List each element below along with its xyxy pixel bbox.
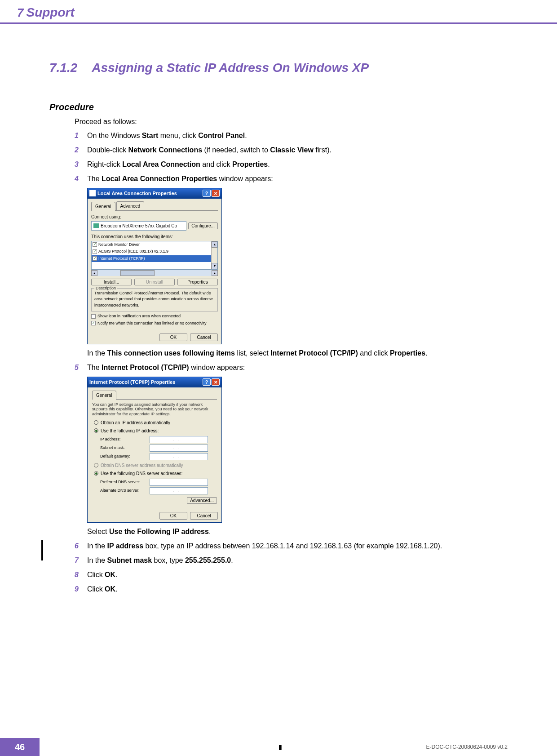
scroll-down-icon[interactable]: ▾	[212, 263, 217, 269]
properties-button[interactable]: Properties	[177, 279, 218, 285]
window-title: Local Area Connection Properties	[97, 190, 177, 197]
page-content: 7.1.2Assigning a Static IP Address On Wi…	[0, 25, 557, 595]
items-listbox[interactable]: Network Monitor Driver AEGIS Protocol (I…	[91, 241, 218, 270]
items-label: This connection uses the following items…	[91, 233, 218, 240]
screenshot-lacp: Local Area Connection Properties ? ✕ Gen…	[87, 188, 508, 344]
radio-obtain-ip[interactable]: Obtain an IP address automatically	[94, 419, 217, 426]
help-button[interactable]: ?	[203, 190, 211, 197]
install-button[interactable]: Install...	[91, 279, 132, 285]
ip-address-row: IP address: . . .	[100, 436, 217, 443]
screenshot-tcpip: Internet Protocol (TCP/IP) Properties ? …	[87, 377, 508, 523]
dialog-lacp: Local Area Connection Properties ? ✕ Gen…	[87, 188, 222, 344]
tab-row: General Advanced	[91, 201, 218, 211]
notify-checkbox-row[interactable]: Notify me when this connection has limit…	[91, 320, 218, 327]
subnet-mask-row: Subnet mask: . . .	[100, 445, 217, 452]
ok-button[interactable]: OK	[159, 334, 187, 341]
list-item[interactable]: AEGIS Protocol (IEEE 802.1x) v2.3.1.9	[92, 248, 217, 255]
radio-use-dns[interactable]: Use the following DNS server addresses:	[94, 470, 217, 477]
uninstall-button[interactable]: Uninstall	[134, 279, 175, 285]
step-7: 7 In the Subnet mask box, type 255.255.2…	[75, 555, 508, 566]
change-bar	[41, 540, 43, 560]
procedure-intro: Proceed as follows:	[75, 118, 508, 126]
tab-advanced[interactable]: Advanced	[116, 201, 144, 210]
ip-address-input[interactable]: . . .	[150, 436, 208, 443]
scroll-track[interactable]	[97, 270, 212, 276]
subnet-mask-label: Subnet mask:	[100, 445, 150, 451]
radio-icon	[94, 463, 98, 467]
tab-general[interactable]: General	[91, 202, 115, 211]
checkbox-icon[interactable]	[91, 314, 96, 319]
preferred-dns-label: Preferred DNS server:	[100, 479, 150, 485]
scroll-thumb[interactable]	[120, 270, 155, 276]
checkbox-icon[interactable]	[93, 249, 97, 254]
window-icon	[89, 190, 96, 196]
step-5: 5 The Internet Protocol (TCP/IP) window …	[75, 362, 508, 537]
checkbox-icon[interactable]	[93, 242, 97, 247]
procedure-heading: Procedure	[49, 102, 508, 112]
configure-button[interactable]: Configure...	[188, 222, 218, 229]
advanced-button[interactable]: Advanced...	[187, 497, 217, 504]
alternate-dns-row: Alternate DNS server: . . .	[100, 487, 217, 494]
preferred-dns-input[interactable]: . . .	[150, 479, 208, 486]
adapter-dropdown[interactable]: Broadcom NetXtreme 57xx Gigabit Co	[91, 221, 186, 231]
connect-using-label: Connect using:	[91, 213, 218, 220]
step-number: 4	[75, 173, 79, 184]
step-number: 1	[75, 130, 79, 141]
step-2: 2 Double-click Network Connections (if n…	[75, 145, 508, 156]
ok-button[interactable]: OK	[159, 512, 187, 520]
ip-address-label: IP address:	[100, 436, 150, 443]
tab-row: General	[92, 390, 217, 400]
adapter-name: Broadcom NetXtreme 57xx Gigabit Co	[101, 222, 177, 229]
default-gateway-label: Default gateway:	[100, 454, 150, 460]
checkbox-icon[interactable]	[93, 256, 97, 261]
tab-general[interactable]: General	[92, 391, 116, 400]
help-button[interactable]: ?	[203, 378, 211, 386]
scroll-up-icon[interactable]: ▴	[212, 241, 217, 248]
show-icon-checkbox-row[interactable]: Show icon in notification area when conn…	[91, 313, 218, 320]
step-9: 9 Click OK.	[75, 584, 508, 595]
step-number: 7	[75, 555, 79, 566]
scroll-right-icon[interactable]: ▸	[212, 270, 218, 276]
page-header: 7 Support	[0, 0, 557, 24]
network-adapter-icon	[93, 223, 99, 228]
scroll-left-icon[interactable]: ◂	[91, 270, 97, 276]
section-title: Assigning a Static IP Address On Windows…	[92, 61, 369, 75]
footer-mark: ▮	[278, 743, 282, 751]
list-item-selected[interactable]: Internet Protocol (TCP/IP)	[92, 255, 217, 262]
vertical-scrollbar[interactable]: ▴ ▾	[211, 241, 217, 269]
steps-list: 1 On the Windows Start menu, click Contr…	[75, 130, 508, 595]
info-paragraph: You can get IP settings assigned automat…	[92, 402, 217, 417]
close-button[interactable]: ✕	[212, 378, 220, 386]
radio-use-ip[interactable]: Use the following IP address:	[94, 427, 217, 434]
default-gateway-input[interactable]: . . .	[150, 453, 208, 460]
description-fieldset: Description Transmission Control Protoco…	[91, 288, 218, 312]
step-3: 3 Right-click Local Area Connection and …	[75, 159, 508, 170]
chapter-number: 7	[17, 6, 23, 20]
alternate-dns-input[interactable]: . . .	[150, 487, 208, 494]
step-number: 5	[75, 362, 79, 373]
horizontal-scrollbar[interactable]: ◂ ▸	[91, 270, 218, 276]
description-text: Transmission Control Protocol/Internet P…	[94, 291, 213, 307]
radio-icon[interactable]	[94, 428, 98, 433]
document-id: E-DOC-CTC-20080624-0009 v0.2	[426, 744, 508, 750]
step-number: 3	[75, 159, 79, 170]
titlebar: Internet Protocol (TCP/IP) Properties ? …	[88, 377, 221, 387]
step-1: 1 On the Windows Start menu, click Contr…	[75, 130, 508, 141]
close-button[interactable]: ✕	[212, 190, 220, 197]
page-footer: 46 ▮ E-DOC-CTC-20080624-0009 v0.2	[0, 738, 557, 756]
step-number: 9	[75, 584, 79, 595]
radio-icon[interactable]	[94, 471, 98, 476]
chapter-title: Support	[26, 5, 74, 20]
subnet-mask-input[interactable]: . . .	[150, 445, 208, 452]
dialog-tcpip: Internet Protocol (TCP/IP) Properties ? …	[87, 377, 222, 523]
alternate-dns-label: Alternate DNS server:	[100, 488, 150, 494]
cancel-button[interactable]: Cancel	[190, 512, 218, 520]
window-title: Internet Protocol (TCP/IP) Properties	[89, 378, 175, 386]
cancel-button[interactable]: Cancel	[190, 334, 218, 341]
preferred-dns-row: Preferred DNS server: . . .	[100, 479, 217, 486]
checkbox-icon[interactable]	[91, 321, 96, 325]
radio-icon[interactable]	[94, 420, 98, 425]
list-item[interactable]: Network Monitor Driver	[92, 241, 217, 249]
default-gateway-row: Default gateway: . . .	[100, 453, 217, 460]
step-number: 2	[75, 145, 79, 156]
